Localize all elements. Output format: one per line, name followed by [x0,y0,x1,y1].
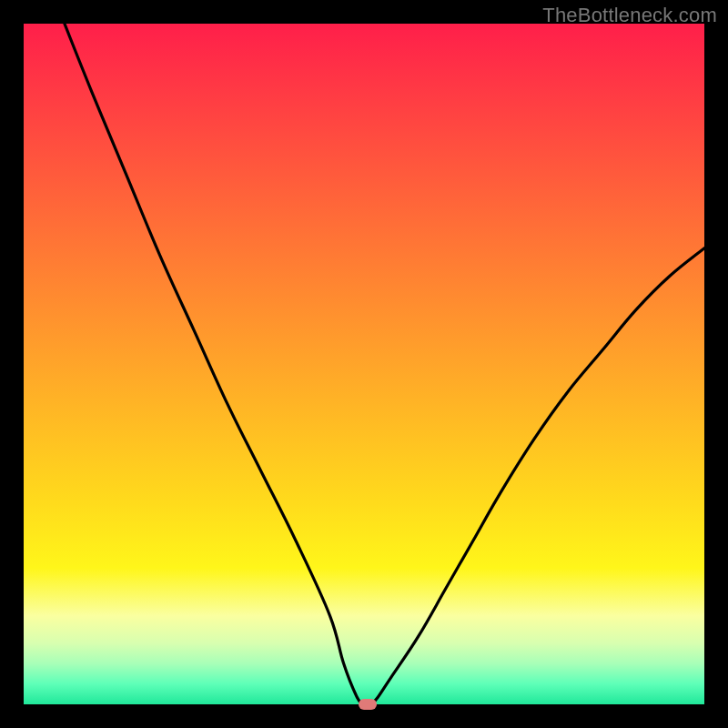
curve-path [65,24,704,704]
plot-area [24,24,704,704]
watermark-text: TheBottleneck.com [542,4,717,27]
plot-inner [24,24,704,704]
minimum-marker [359,699,377,710]
bottleneck-curve [24,24,704,704]
chart-frame: TheBottleneck.com [0,0,728,728]
